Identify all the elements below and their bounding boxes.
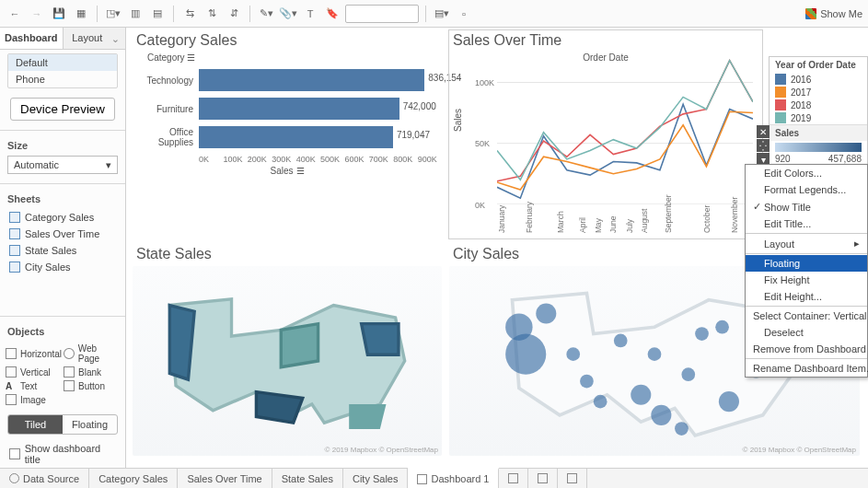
save-icon[interactable]: 💾 xyxy=(50,5,68,23)
clear-icon[interactable]: ▤ xyxy=(148,5,167,23)
legend-item[interactable]: 2018 xyxy=(770,99,867,111)
show-title-checkbox[interactable]: Show dashboard title xyxy=(0,440,125,468)
map-svg xyxy=(133,266,442,456)
dashboard-icon xyxy=(417,474,427,484)
new-dashboard-tab[interactable] xyxy=(528,469,558,488)
svg-point-10 xyxy=(715,320,729,334)
menu-floating[interactable]: Floating xyxy=(746,255,867,272)
state-map[interactable]: © 2019 Mapbox © OpenStreetMap xyxy=(133,266,442,456)
new-worksheet-tab[interactable] xyxy=(499,469,528,488)
layout-tab[interactable]: Layout⌃ xyxy=(64,28,126,49)
data-source-tab[interactable]: Data Source xyxy=(0,469,89,488)
menu-select-container[interactable]: Select Container: Vertical xyxy=(746,308,867,324)
menu-layout[interactable]: Layout▸ xyxy=(746,235,867,252)
sheet-tab[interactable]: City Sales xyxy=(343,469,409,488)
forward-icon[interactable]: → xyxy=(28,5,46,23)
menu-show-title[interactable]: ✓Show Title xyxy=(746,198,867,215)
object-blank[interactable]: Blank xyxy=(64,366,120,378)
sheet-item[interactable]: Sales Over Time xyxy=(0,226,125,242)
device-default[interactable]: Default xyxy=(8,54,117,71)
tiled-option[interactable]: Tiled xyxy=(8,415,63,434)
sheet-item[interactable]: Category Sales xyxy=(0,209,125,226)
menu-format-legends[interactable]: Format Legends... xyxy=(746,181,867,198)
tiled-floating-toggle[interactable]: Tiled Floating xyxy=(7,414,118,435)
menu-edit-title[interactable]: Edit Title... xyxy=(746,215,867,232)
sheet-tab[interactable]: State Sales xyxy=(272,469,343,488)
bar-fill xyxy=(199,98,399,120)
legend-swatch xyxy=(775,99,786,110)
svg-point-6 xyxy=(594,395,608,409)
back-icon[interactable]: ← xyxy=(6,5,24,23)
dashboard-tab[interactable]: Dashboard xyxy=(0,28,64,49)
object-horizontal[interactable]: Horizontal xyxy=(6,343,62,364)
new-worksheet-icon[interactable]: ◳▾ xyxy=(104,5,122,23)
object-text[interactable]: AText xyxy=(6,380,62,391)
menu-rename[interactable]: Rename Dashboard Item... xyxy=(746,360,867,377)
legend-item[interactable]: 2019 xyxy=(770,111,867,124)
floating-option[interactable]: Floating xyxy=(63,415,117,434)
menu-edit-colors[interactable]: Edit Colors... xyxy=(746,165,867,181)
fix-axes-icon[interactable]: 🔖 xyxy=(323,5,341,23)
new-story-tab[interactable] xyxy=(558,469,587,488)
new-data-icon[interactable]: ▦ xyxy=(72,5,90,23)
fit-dropdown[interactable] xyxy=(345,5,419,23)
svg-point-4 xyxy=(505,334,546,375)
svg-point-11 xyxy=(719,391,739,412)
sort-asc-icon[interactable]: ⇅ xyxy=(203,5,221,23)
move-handle-icon[interactable]: ⁛ xyxy=(757,139,770,152)
legend-swatch xyxy=(775,87,786,98)
sheet-item[interactable]: City Sales xyxy=(0,259,125,275)
attach-icon[interactable]: 📎▾ xyxy=(279,5,297,23)
panel-title: Sales Over Time xyxy=(449,30,762,52)
show-me-icon xyxy=(805,8,816,19)
bar-row: Technology836,154 xyxy=(133,69,442,91)
device-preview-button[interactable]: Device Preview xyxy=(10,98,115,121)
color-gradient xyxy=(775,143,862,152)
swap-icon[interactable]: ⇆ xyxy=(180,5,199,23)
sheets-header: Sheets xyxy=(0,188,125,207)
sort-desc-icon[interactable]: ⇵ xyxy=(225,5,243,23)
svg-point-17 xyxy=(614,334,628,348)
device-list[interactable]: Default Phone xyxy=(7,53,118,88)
size-dropdown[interactable]: Automatic▾ xyxy=(7,156,118,174)
legend-panel[interactable]: Year of Order Date 2016201720182019 Sale… xyxy=(769,56,868,168)
bottom-tabs: Data Source Category Sales Sales Over Ti… xyxy=(0,468,868,488)
object-button[interactable]: Button xyxy=(64,380,120,391)
menu-deselect[interactable]: Deselect xyxy=(746,324,867,341)
dashboard-tab-bottom[interactable]: Dashboard 1 xyxy=(408,468,499,488)
panel-state-sales[interactable]: State Sales © 2019 Mapbox © OpenStreetMa… xyxy=(132,243,443,457)
legend-item[interactable]: 2017 xyxy=(770,86,867,99)
bar-label: Technology xyxy=(133,76,199,86)
map-credit: © 2019 Mapbox © OpenStreetMap xyxy=(743,446,856,454)
object-vertical[interactable]: Vertical xyxy=(6,366,62,378)
gradient-min: 920 xyxy=(775,154,791,164)
panel-category-sales[interactable]: Category Sales Category ☰ Technology836,… xyxy=(132,29,443,239)
svg-point-5 xyxy=(536,303,556,323)
remove-handle-icon[interactable]: ✕ xyxy=(757,125,770,138)
size-header: Size xyxy=(0,134,125,154)
sheet-tab[interactable]: Category Sales xyxy=(89,469,178,488)
menu-edit-height[interactable]: Edit Height... xyxy=(746,288,867,305)
label-icon[interactable]: T xyxy=(301,5,319,23)
presentation-icon[interactable]: ▫ xyxy=(455,5,473,23)
panel-sales-over-time[interactable]: Sales Over Time Order Date Sales January… xyxy=(448,29,763,239)
sheet-tab[interactable]: Sales Over Time xyxy=(178,469,272,488)
button-icon xyxy=(64,380,75,391)
text-icon: A xyxy=(6,381,17,391)
highlight-icon[interactable]: ✎▾ xyxy=(257,5,275,23)
submenu-arrow-icon: ▸ xyxy=(854,238,860,250)
object-image[interactable]: Image xyxy=(6,394,62,405)
sheet-icon xyxy=(9,261,20,273)
duplicate-icon[interactable]: ▥ xyxy=(126,5,145,23)
show-me-button[interactable]: Show Me xyxy=(805,8,862,19)
cards-icon[interactable]: ▤▾ xyxy=(433,5,451,23)
object-webpage[interactable]: Web Page xyxy=(64,343,120,364)
map-credit: © 2019 Mapbox © OpenStreetMap xyxy=(325,446,438,454)
x-tick: September xyxy=(664,194,697,233)
menu-fix-height[interactable]: Fix Height xyxy=(746,272,867,288)
legend-item[interactable]: 2016 xyxy=(770,73,867,86)
menu-remove[interactable]: Remove from Dashboard xyxy=(746,341,867,357)
sheet-item[interactable]: State Sales xyxy=(0,242,125,259)
device-phone[interactable]: Phone xyxy=(8,71,117,87)
y-tick: 50K xyxy=(475,139,490,148)
